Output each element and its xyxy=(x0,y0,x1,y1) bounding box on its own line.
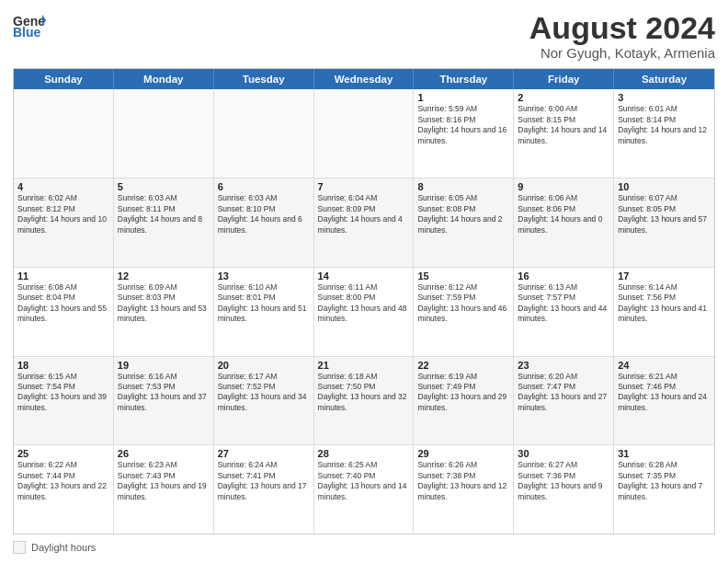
day-number: 16 xyxy=(518,270,609,282)
day-cell-5: 5Sunrise: 6:03 AM Sunset: 8:11 PM Daylig… xyxy=(114,178,214,267)
footer: Daylight hours xyxy=(13,539,715,556)
day-number: 31 xyxy=(618,448,711,459)
day-number: 9 xyxy=(518,181,609,192)
day-of-week-friday: Friday xyxy=(514,69,614,89)
day-cell-25: 25Sunrise: 6:22 AM Sunset: 7:44 PM Dayli… xyxy=(14,445,114,534)
day-cell-7: 7Sunrise: 6:04 AM Sunset: 8:09 PM Daylig… xyxy=(314,178,415,267)
calendar-row: 25Sunrise: 6:22 AM Sunset: 7:44 PM Dayli… xyxy=(14,445,714,534)
day-of-week-monday: Monday xyxy=(114,69,214,89)
day-cell-20: 20Sunrise: 6:17 AM Sunset: 7:52 PM Dayli… xyxy=(214,357,314,445)
day-number: 26 xyxy=(118,448,210,459)
logo: General Blue xyxy=(13,11,46,39)
calendar-row: 4Sunrise: 6:02 AM Sunset: 8:12 PM Daylig… xyxy=(14,178,714,268)
day-info: Sunrise: 6:10 AM Sunset: 8:01 PM Dayligh… xyxy=(218,282,310,325)
day-cell-31: 31Sunrise: 6:28 AM Sunset: 7:35 PM Dayli… xyxy=(614,445,714,534)
day-cell-4: 4Sunrise: 6:02 AM Sunset: 8:12 PM Daylig… xyxy=(14,178,114,267)
day-cell-18: 18Sunrise: 6:15 AM Sunset: 7:54 PM Dayli… xyxy=(14,357,114,445)
day-number: 2 xyxy=(518,92,609,103)
day-info: Sunrise: 6:18 AM Sunset: 7:50 PM Dayligh… xyxy=(318,372,410,414)
day-number: 17 xyxy=(618,270,711,282)
day-info: Sunrise: 5:59 AM Sunset: 8:16 PM Dayligh… xyxy=(417,104,509,146)
day-info: Sunrise: 6:26 AM Sunset: 7:38 PM Dayligh… xyxy=(417,460,509,502)
legend-label: Daylight hours xyxy=(31,542,96,553)
day-number: 22 xyxy=(417,360,509,371)
header: General Blue August 2024 Nor Gyugh, Kota… xyxy=(13,11,715,61)
empty-cell xyxy=(214,89,314,178)
day-info: Sunrise: 6:14 AM Sunset: 7:56 PM Dayligh… xyxy=(618,282,711,325)
day-info: Sunrise: 6:21 AM Sunset: 7:46 PM Dayligh… xyxy=(618,372,711,414)
day-info: Sunrise: 6:28 AM Sunset: 7:35 PM Dayligh… xyxy=(618,460,711,502)
day-number: 28 xyxy=(318,448,410,459)
subtitle: Nor Gyugh, Kotayk, Armenia xyxy=(529,45,715,61)
day-info: Sunrise: 6:08 AM Sunset: 8:04 PM Dayligh… xyxy=(17,282,109,325)
calendar-row: 1Sunrise: 5:59 AM Sunset: 8:16 PM Daylig… xyxy=(14,89,714,178)
calendar-row: 18Sunrise: 6:15 AM Sunset: 7:54 PM Dayli… xyxy=(14,357,714,446)
day-info: Sunrise: 6:01 AM Sunset: 8:14 PM Dayligh… xyxy=(618,104,711,146)
day-info: Sunrise: 6:25 AM Sunset: 7:40 PM Dayligh… xyxy=(318,460,410,502)
day-number: 12 xyxy=(118,270,210,282)
day-info: Sunrise: 6:15 AM Sunset: 7:54 PM Dayligh… xyxy=(17,372,109,414)
day-cell-23: 23Sunrise: 6:20 AM Sunset: 7:47 PM Dayli… xyxy=(514,357,614,445)
day-of-week-thursday: Thursday xyxy=(414,69,514,89)
day-cell-11: 11Sunrise: 6:08 AM Sunset: 8:04 PM Dayli… xyxy=(14,268,114,356)
day-number: 1 xyxy=(417,92,509,103)
day-of-week-saturday: Saturday xyxy=(614,69,714,89)
day-cell-21: 21Sunrise: 6:18 AM Sunset: 7:50 PM Dayli… xyxy=(314,357,415,445)
day-cell-17: 17Sunrise: 6:14 AM Sunset: 7:56 PM Dayli… xyxy=(614,268,714,356)
empty-cell xyxy=(114,89,214,178)
day-info: Sunrise: 6:16 AM Sunset: 7:53 PM Dayligh… xyxy=(118,372,210,414)
day-number: 27 xyxy=(218,448,310,459)
calendar-header: SundayMondayTuesdayWednesdayThursdayFrid… xyxy=(14,69,714,89)
day-cell-24: 24Sunrise: 6:21 AM Sunset: 7:46 PM Dayli… xyxy=(614,357,714,445)
day-info: Sunrise: 6:04 AM Sunset: 8:09 PM Dayligh… xyxy=(318,193,410,236)
day-info: Sunrise: 6:23 AM Sunset: 7:43 PM Dayligh… xyxy=(118,460,210,502)
day-number: 24 xyxy=(618,360,711,371)
day-info: Sunrise: 6:27 AM Sunset: 7:36 PM Dayligh… xyxy=(518,460,609,502)
day-number: 10 xyxy=(618,181,711,192)
day-info: Sunrise: 6:06 AM Sunset: 8:06 PM Dayligh… xyxy=(518,193,609,236)
day-cell-9: 9Sunrise: 6:06 AM Sunset: 8:06 PM Daylig… xyxy=(514,178,614,267)
page: General Blue August 2024 Nor Gyugh, Kota… xyxy=(0,0,728,563)
day-number: 19 xyxy=(118,360,210,371)
day-cell-28: 28Sunrise: 6:25 AM Sunset: 7:40 PM Dayli… xyxy=(314,445,415,534)
day-cell-16: 16Sunrise: 6:13 AM Sunset: 7:57 PM Dayli… xyxy=(514,268,614,356)
day-number: 8 xyxy=(417,181,509,192)
calendar-body: 1Sunrise: 5:59 AM Sunset: 8:16 PM Daylig… xyxy=(14,89,714,534)
calendar-row: 11Sunrise: 6:08 AM Sunset: 8:04 PM Dayli… xyxy=(14,268,714,357)
day-number: 23 xyxy=(518,360,609,371)
day-info: Sunrise: 6:05 AM Sunset: 8:08 PM Dayligh… xyxy=(417,193,509,236)
title-section: August 2024 Nor Gyugh, Kotayk, Armenia xyxy=(529,11,715,61)
day-number: 14 xyxy=(318,270,410,282)
day-cell-1: 1Sunrise: 5:59 AM Sunset: 8:16 PM Daylig… xyxy=(414,89,514,178)
day-number: 11 xyxy=(17,270,109,282)
logo-icon: General Blue xyxy=(13,11,46,39)
day-info: Sunrise: 6:19 AM Sunset: 7:49 PM Dayligh… xyxy=(417,372,509,414)
day-cell-8: 8Sunrise: 6:05 AM Sunset: 8:08 PM Daylig… xyxy=(414,178,514,267)
day-info: Sunrise: 6:11 AM Sunset: 8:00 PM Dayligh… xyxy=(318,282,410,325)
day-number: 20 xyxy=(218,360,310,371)
day-cell-19: 19Sunrise: 6:16 AM Sunset: 7:53 PM Dayli… xyxy=(114,357,214,445)
day-info: Sunrise: 6:20 AM Sunset: 7:47 PM Dayligh… xyxy=(518,372,609,414)
day-info: Sunrise: 6:07 AM Sunset: 8:05 PM Dayligh… xyxy=(618,193,711,236)
day-cell-13: 13Sunrise: 6:10 AM Sunset: 8:01 PM Dayli… xyxy=(214,268,314,356)
day-info: Sunrise: 6:12 AM Sunset: 7:59 PM Dayligh… xyxy=(417,282,509,325)
day-info: Sunrise: 6:03 AM Sunset: 8:11 PM Dayligh… xyxy=(118,193,210,236)
day-of-week-tuesday: Tuesday xyxy=(214,69,314,89)
day-cell-10: 10Sunrise: 6:07 AM Sunset: 8:05 PM Dayli… xyxy=(614,178,714,267)
day-number: 7 xyxy=(318,181,410,192)
day-number: 15 xyxy=(417,270,509,282)
day-info: Sunrise: 6:24 AM Sunset: 7:41 PM Dayligh… xyxy=(218,460,310,502)
empty-cell xyxy=(14,89,114,178)
empty-cell xyxy=(314,89,415,178)
day-cell-30: 30Sunrise: 6:27 AM Sunset: 7:36 PM Dayli… xyxy=(514,445,614,534)
legend-box xyxy=(13,541,26,554)
day-number: 21 xyxy=(318,360,410,371)
day-number: 4 xyxy=(17,181,109,192)
day-number: 5 xyxy=(118,181,210,192)
day-cell-26: 26Sunrise: 6:23 AM Sunset: 7:43 PM Dayli… xyxy=(114,445,214,534)
day-number: 30 xyxy=(518,448,609,459)
day-cell-29: 29Sunrise: 6:26 AM Sunset: 7:38 PM Dayli… xyxy=(414,445,514,534)
day-cell-2: 2Sunrise: 6:00 AM Sunset: 8:15 PM Daylig… xyxy=(514,89,614,178)
day-cell-27: 27Sunrise: 6:24 AM Sunset: 7:41 PM Dayli… xyxy=(214,445,314,534)
day-of-week-wednesday: Wednesday xyxy=(314,69,415,89)
